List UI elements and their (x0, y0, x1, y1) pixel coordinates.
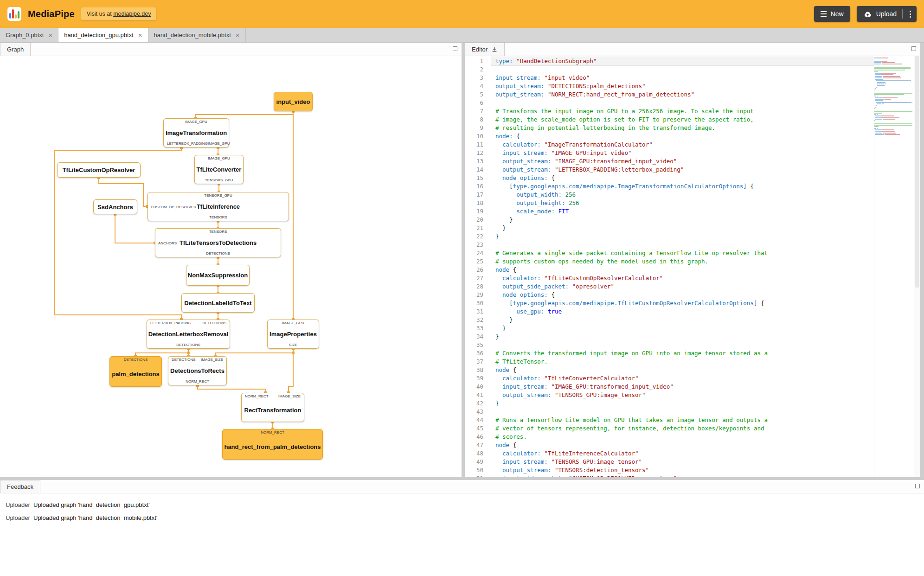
code-token (544, 91, 548, 98)
code-token: { (548, 174, 555, 181)
code-line (491, 65, 874, 74)
graph-node-TfLiteConverter[interactable]: IMAGE_GPUTfLiteConverterTENSORS_GPU (194, 155, 244, 184)
code-token: "TENSORS:detection_tensors" (555, 467, 649, 474)
graph-node-TfLiteTensorsToDetections[interactable]: TENSORSTfLiteTensorsToDetectionsDETECTIO… (155, 228, 281, 257)
upload-button[interactable]: Upload (857, 6, 917, 22)
line-number: 4 (465, 82, 491, 90)
line-number: 34 (465, 333, 491, 341)
tab-close-icon[interactable]: × (138, 32, 142, 38)
code-line: node { (491, 441, 874, 449)
graph-node-TfLiteCustomOpResolver[interactable]: TfLiteCustomOpResolver (57, 162, 141, 178)
node-top-ports: NORM_RECTIMAGE_SIZE (242, 393, 304, 398)
graph-node-label: input_video (274, 92, 312, 111)
minimap-line (874, 93, 914, 94)
editor-gutter: 1234567891011121314151617181920212223242… (465, 56, 491, 477)
graph-node-hand_rect_from_palm_detections[interactable]: NORM_RECThand_rect_from_palm_detections (222, 429, 323, 460)
file-tab-hand_detection_mobile.pbtxt[interactable]: hand_detection_mobile.pbtxt× (148, 28, 246, 42)
minimap-line (874, 105, 914, 106)
tab-close-icon[interactable]: × (236, 32, 240, 38)
code-token: # Runs a TensorFlow Lite model on GPU th… (495, 416, 768, 423)
minimap-mark (874, 94, 904, 95)
minimap-mark (874, 90, 875, 90)
code-token: node (495, 442, 509, 448)
line-number: 13 (465, 157, 491, 166)
line-number: 5 (465, 90, 491, 99)
graph-node-TfLiteInference[interactable]: TENSORS_GPUTfLiteInferenceTENSORSCUSTOM_… (148, 192, 289, 221)
graph-node-RectTransformation[interactable]: NORM_RECTIMAGE_SIZERectTransformation (241, 393, 304, 422)
code-token: { (513, 133, 520, 140)
maximize-icon[interactable] (453, 46, 457, 51)
port-label-anchors: ANCHORS (158, 241, 177, 245)
code-line: use_gpu: true (491, 307, 874, 316)
code-line: [type.googleapis.com/mediapipe.TfLiteCus… (491, 299, 874, 307)
editor-panel-header: Editor (465, 43, 920, 56)
visit-chip: Visit us at mediapipe.dev (81, 7, 157, 20)
graph-canvas[interactable]: input_videoIMAGE_GPUImageTransformationL… (0, 56, 462, 477)
graph-node-label: ImageTransformation (164, 124, 229, 141)
code-token (495, 375, 502, 382)
minimap-line (874, 61, 914, 62)
line-number: 45 (465, 424, 491, 433)
line-number: 14 (465, 166, 491, 174)
code-line: input_stream: "TENSORS_GPU:image_tensor" (491, 458, 874, 466)
code-line: calculator: "TfLiteInferenceCalculator" (491, 449, 874, 458)
minimap-mark (874, 61, 881, 62)
line-number: 9 (465, 124, 491, 132)
graph-node-ImageProperties[interactable]: IMAGE_GPUImagePropertiesSIZE (267, 320, 319, 349)
code-line: type: "HandDetectionSubgraph" (491, 57, 874, 65)
minimap-mark (883, 133, 896, 134)
code-editor[interactable]: 1234567891011121314151617181920212223242… (465, 56, 920, 477)
code-token: "TfLiteConverterCalculator" (544, 375, 638, 382)
code-line: # supports custom ops needed by the mode… (491, 257, 874, 266)
code-line: # scores. (491, 433, 874, 441)
minimap-mark (874, 125, 912, 126)
new-button[interactable]: New (814, 6, 850, 22)
graph-node-SsdAnchors[interactable]: SsdAnchors (93, 199, 137, 214)
graph-node-ImageTransformation[interactable]: IMAGE_GPUImageTransformationLETTERBOX_PA… (163, 118, 229, 147)
code-token (495, 166, 502, 173)
graph-node-input_video[interactable]: input_video (274, 92, 313, 111)
visit-link[interactable]: mediapipe.dev (113, 11, 151, 17)
line-number: 22 (465, 232, 491, 241)
editor-tab[interactable]: Editor (465, 43, 505, 56)
code-token (495, 208, 516, 215)
line-number: 40 (465, 383, 491, 391)
code-token (551, 166, 555, 173)
minimap-mark (883, 77, 901, 78)
graph-node-DetectionLabelIdToText[interactable]: DetectionLabelIdToText (181, 293, 255, 313)
minimap-line (874, 103, 914, 104)
download-icon[interactable] (491, 46, 498, 53)
graph-node-palm_detections[interactable]: DETECTIONSpalm_detections (109, 356, 162, 387)
line-number: 51 (465, 474, 491, 477)
kebab-menu-icon[interactable] (907, 11, 914, 18)
node-bottom-ports: SIZE (268, 343, 319, 348)
line-number: 24 (465, 249, 491, 257)
code-token: # Transforms the input image on GPU to a… (495, 108, 754, 115)
file-tab-hand_detection_gpu.pbtxt[interactable]: hand_detection_gpu.pbtxt× (58, 28, 148, 42)
editor-code[interactable]: type: "HandDetectionSubgraph"input_strea… (491, 56, 874, 477)
feedback-tab[interactable]: Feedback (0, 480, 40, 493)
code-token (495, 283, 502, 290)
graph-tab[interactable]: Graph (0, 43, 31, 56)
scrollbar-thumb[interactable] (915, 56, 919, 288)
code-line: output_width: 256 (491, 191, 874, 199)
minimap-mark (882, 131, 895, 132)
minimap-line (874, 129, 914, 130)
port-label-letterbox_padding: LETTERBOX_PADDING (150, 321, 191, 325)
tab-close-icon[interactable]: × (48, 32, 52, 38)
maximize-icon[interactable] (911, 46, 916, 51)
minimap-line (874, 99, 914, 100)
graph-node-NonMaxSuppression[interactable]: NonMaxSuppression (186, 265, 250, 286)
code-token: "TfLiteCustomOpResolverCalculator" (544, 275, 663, 282)
line-number: 23 (465, 241, 491, 249)
graph-node-DetectionsToRects[interactable]: DETECTIONSIMAGE_SIZEDetectionsToRectsNOR… (168, 356, 227, 385)
editor-minimap[interactable] (874, 56, 914, 477)
line-number: 33 (465, 324, 491, 333)
graph-node-DetectionLetterboxRemoval[interactable]: LETTERBOX_PADDINGDETECTIONSDetectionLett… (147, 320, 230, 349)
maximize-icon[interactable] (915, 484, 920, 488)
editor-scrollbar[interactable] (914, 56, 920, 477)
minimap-mark (882, 62, 895, 63)
file-tab-Graph_0.pbtxt[interactable]: Graph_0.pbtxt× (0, 28, 58, 42)
code-token (565, 199, 569, 206)
line-number: 30 (465, 299, 491, 307)
